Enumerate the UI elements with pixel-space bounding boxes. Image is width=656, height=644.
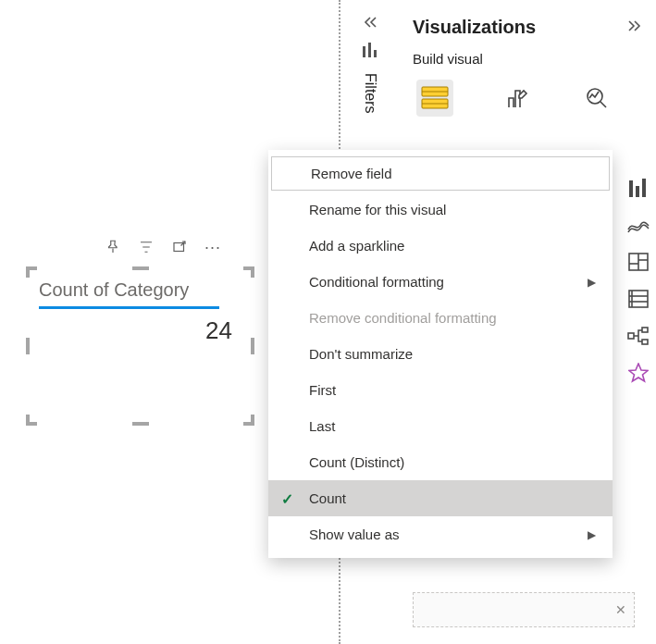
ribbon-chart-icon[interactable] (626, 213, 650, 237)
menu-item-label: Don't summarize (309, 346, 413, 362)
build-visual-toolbar (413, 80, 643, 117)
menu-item-count-distinct[interactable]: Count (Distinct) (268, 444, 613, 480)
filters-rail: Filters (352, 14, 389, 114)
menu-item-first[interactable]: First (268, 372, 613, 408)
card-title: Count of Category (28, 268, 253, 306)
card-value: 24 (28, 316, 253, 345)
multirow-card-icon[interactable] (626, 287, 650, 311)
viz-gallery-strip (626, 176, 656, 385)
card-visual[interactable]: Count of Category 24 (28, 268, 253, 424)
resize-handle-b[interactable] (132, 422, 149, 426)
collapse-filters-icon[interactable] (362, 14, 378, 33)
svg-rect-3 (374, 50, 377, 57)
focus-mode-icon[interactable] (171, 239, 188, 255)
field-well[interactable]: ✕ (413, 592, 635, 627)
menu-item-label: Remove conditional formatting (309, 310, 497, 326)
treemap-icon[interactable] (626, 250, 650, 274)
expand-pane-icon[interactable] (626, 19, 643, 35)
svg-rect-2 (368, 43, 371, 57)
menu-item-label: Conditional formatting (309, 274, 444, 290)
resize-handle-r[interactable] (251, 338, 254, 354)
svg-rect-11 (642, 179, 646, 197)
build-visual-label: Build visual (413, 51, 643, 67)
svg-rect-9 (629, 180, 633, 197)
svg-rect-21 (642, 328, 648, 332)
check-icon: ✓ (281, 489, 293, 507)
menu-item-label: Count (309, 490, 346, 506)
stacked-bar-icon[interactable] (626, 176, 650, 200)
menu-item-label: Last (309, 418, 335, 434)
svg-rect-1 (363, 46, 365, 57)
custom-visual-icon[interactable] (626, 361, 650, 385)
more-options-icon[interactable]: ··· (204, 239, 221, 255)
menu-item-label: Add a sparkline (309, 238, 404, 254)
menu-item-label: Count (Distinct) (309, 454, 404, 470)
resize-handle-tl[interactable] (26, 266, 37, 278)
menu-item-don-t-summarize[interactable]: Don't summarize (268, 336, 613, 372)
field-context-menu: Remove fieldRename for this visualAdd a … (268, 150, 613, 558)
visualizations-title: Visualizations (413, 17, 536, 38)
chevron-right-icon: ▶ (588, 528, 596, 541)
pin-icon[interactable] (105, 239, 121, 255)
filters-pane-label[interactable]: Filters (362, 73, 378, 114)
resize-handle-tr[interactable] (243, 266, 254, 278)
analytics-button[interactable] (579, 80, 616, 117)
resize-handle-l[interactable] (26, 338, 30, 354)
menu-item-last[interactable]: Last (268, 408, 613, 444)
menu-item-conditional-formatting[interactable]: Conditional formatting▶ (268, 264, 613, 300)
svg-rect-20 (628, 333, 634, 339)
card-underline (39, 306, 219, 309)
resize-handle-bl[interactable] (26, 415, 37, 426)
filters-bars-icon (362, 43, 378, 60)
svg-rect-22 (642, 340, 648, 344)
menu-item-label: First (309, 382, 336, 398)
menu-item-label: Remove field (311, 166, 392, 181)
filter-icon[interactable] (138, 239, 155, 255)
format-visual-button[interactable] (498, 80, 535, 117)
menu-item-remove-conditional-formatting: Remove conditional formatting (268, 300, 613, 336)
resize-handle-br[interactable] (243, 415, 254, 426)
menu-item-label: Rename for this visual (309, 202, 446, 217)
svg-rect-10 (636, 186, 639, 197)
visual-toolbar: ··· (105, 239, 221, 255)
menu-item-add-a-sparkline[interactable]: Add a sparkline (268, 228, 613, 264)
menu-item-count[interactable]: ✓Count (268, 480, 613, 516)
menu-item-rename-for-this-visual[interactable]: Rename for this visual (268, 192, 613, 228)
menu-item-show-value-as[interactable]: Show value as▶ (268, 516, 613, 552)
resize-handle-t[interactable] (132, 266, 149, 270)
build-visual-button[interactable] (416, 80, 453, 117)
menu-item-remove-field[interactable]: Remove field (270, 155, 611, 192)
menu-item-label: Show value as (309, 526, 400, 542)
clear-field-icon[interactable]: ✕ (615, 602, 626, 617)
chevron-right-icon: ▶ (588, 276, 596, 289)
decomposition-tree-icon[interactable] (626, 324, 650, 348)
